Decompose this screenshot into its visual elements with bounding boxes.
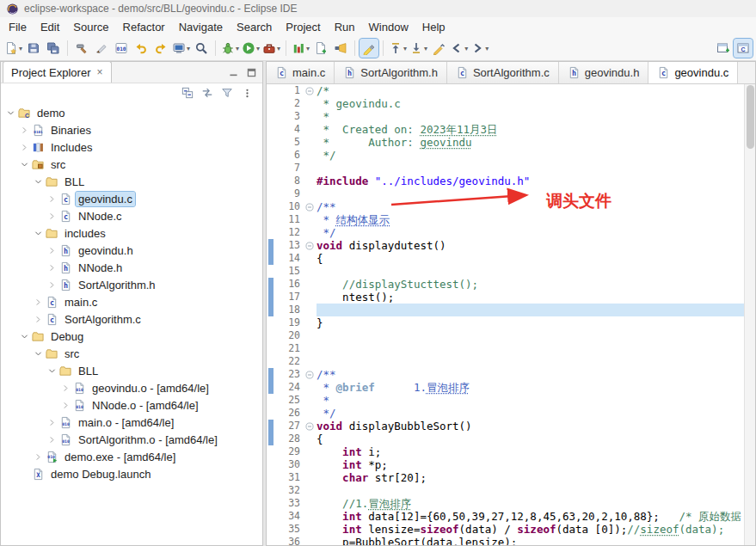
expand-arrow-icon[interactable] — [46, 433, 58, 445]
expand-arrow-icon[interactable] — [59, 399, 71, 411]
scrollbar-thumb[interactable] — [747, 85, 754, 149]
editor-tab-SortAlgorithm.c[interactable]: cSortAlgorithm.c — [447, 62, 559, 83]
annotation-ruler-cell[interactable] — [267, 213, 277, 226]
annotation-ruler-cell[interactable] — [267, 84, 277, 97]
annotation-ruler-cell[interactable] — [267, 136, 277, 149]
expand-arrow-icon[interactable] — [46, 416, 58, 428]
coverage-button[interactable]: ▾ — [291, 39, 310, 58]
build-all-button[interactable] — [72, 39, 91, 58]
tree-item[interactable]: Includes — [1, 138, 262, 156]
tree-item[interactable]: 0101Binaries — [1, 121, 262, 138]
tree-item[interactable]: Cdemo — [1, 104, 262, 121]
tree-item[interactable]: 010geovindu.o - [amd64/le] — [1, 379, 262, 396]
tree-item[interactable]: hNNode.h — [1, 259, 262, 276]
annotation-ruler-cell[interactable] — [267, 175, 277, 187]
annotation-ruler-cell[interactable] — [267, 265, 277, 278]
annotation-ruler-cell[interactable] — [267, 433, 277, 445]
redo-button[interactable] — [151, 39, 170, 58]
fold-minus-icon[interactable] — [303, 239, 317, 252]
annotation-ruler-cell[interactable] — [267, 187, 277, 200]
menu-navigate[interactable]: Navigate — [172, 19, 230, 35]
filter-button[interactable] — [220, 86, 234, 100]
editor-tab-geovindu.c[interactable]: cgeovindu.c — [648, 62, 738, 83]
annotation-ruler-cell[interactable] — [267, 471, 277, 484]
expand-arrow-icon[interactable] — [46, 365, 58, 377]
external-tools-button[interactable]: ▾ — [261, 39, 281, 58]
minimize-button[interactable] — [226, 65, 240, 79]
menu-project[interactable]: Project — [279, 19, 327, 35]
annotation-ruler-cell[interactable] — [267, 368, 277, 381]
new-cpp-button[interactable] — [311, 39, 330, 58]
project-tree[interactable]: Cdemo0101BinariesIncludessrcBLLcgeovindu… — [1, 102, 262, 545]
cpp-perspective-button[interactable]: C — [734, 39, 753, 58]
tree-item[interactable]: 010main.o - [amd64/le] — [1, 414, 262, 431]
open-perspective-button[interactable] — [714, 39, 733, 58]
next-annotation-button[interactable]: ▾ — [409, 39, 428, 58]
tree-item[interactable]: hgeovindu.h — [1, 242, 262, 259]
annotation-ruler-cell[interactable] — [267, 394, 277, 407]
open-console-button[interactable]: ▾ — [171, 39, 191, 58]
annotation-ruler-cell[interactable] — [267, 291, 277, 304]
last-edit-location-button[interactable] — [429, 39, 448, 58]
menu-edit[interactable]: Edit — [34, 19, 66, 35]
tree-item[interactable]: cSortAlgorithm.c — [1, 310, 262, 328]
annotation-ruler-cell[interactable] — [267, 510, 277, 523]
editor-body[interactable]: 1/*2 * geovindu.c3 *4 * Created on: 2023… — [267, 84, 755, 545]
fold-minus-icon[interactable] — [303, 200, 317, 213]
expand-arrow-icon[interactable] — [46, 279, 58, 291]
tree-item[interactable]: 010NNode.o - [amd64/le] — [1, 396, 262, 414]
previous-annotation-button[interactable]: ▾ — [388, 39, 408, 58]
tree-item[interactable]: hSortAlgorithm.h — [1, 276, 262, 293]
annotation-ruler-cell[interactable] — [267, 200, 277, 213]
tree-item[interactable]: includes — [1, 224, 262, 242]
annotation-ruler-cell[interactable] — [267, 110, 277, 123]
tree-item[interactable]: Debug — [1, 328, 262, 345]
annotation-ruler-cell[interactable] — [267, 278, 277, 291]
mark-occurrences-button[interactable] — [360, 39, 378, 58]
annotation-ruler-cell[interactable] — [267, 316, 277, 329]
new-wizard-button[interactable]: ▾ — [3, 39, 23, 58]
code-area[interactable]: 1/*2 * geovindu.c3 *4 * Created on: 2023… — [267, 84, 755, 545]
collapse-all-button[interactable] — [181, 86, 194, 100]
annotation-ruler-cell[interactable] — [267, 381, 277, 394]
save-all-button[interactable] — [44, 39, 63, 58]
annotation-ruler-cell[interactable] — [267, 329, 277, 342]
tree-item[interactable]: 010SortAlgorithm.o - [amd64/le] — [1, 431, 262, 448]
expand-arrow-icon[interactable] — [18, 141, 30, 153]
expand-arrow-icon[interactable] — [32, 347, 44, 359]
run-button[interactable]: ▾ — [241, 39, 261, 58]
link-with-editor-button[interactable] — [200, 86, 214, 100]
expand-arrow-icon[interactable] — [32, 296, 44, 308]
annotation-ruler-cell[interactable] — [267, 239, 277, 252]
menu-file[interactable]: File — [2, 19, 34, 35]
annotation-ruler-cell[interactable] — [267, 536, 277, 545]
expand-arrow-icon[interactable] — [32, 175, 44, 187]
expand-arrow-icon[interactable] — [46, 261, 58, 273]
expand-arrow-icon[interactable] — [46, 244, 58, 256]
tree-item[interactable]: cNNode.c — [1, 207, 262, 224]
expand-arrow-icon[interactable] — [18, 158, 30, 170]
tab-project-explorer[interactable]: Project Explorer × — [3, 61, 112, 83]
tree-item[interactable]: src — [1, 345, 262, 362]
annotation-ruler-cell[interactable] — [267, 497, 277, 510]
annotation-ruler-cell[interactable] — [267, 304, 277, 316]
annotation-ruler-cell[interactable] — [267, 97, 277, 110]
expand-arrow-icon[interactable] — [18, 330, 30, 342]
tree-item[interactable]: cmain.c — [1, 293, 262, 310]
menu-search[interactable]: Search — [230, 19, 279, 35]
annotation-ruler-cell[interactable] — [267, 407, 277, 420]
expand-arrow-icon[interactable] — [46, 193, 58, 205]
annotation-ruler-cell[interactable] — [267, 420, 277, 433]
save-button[interactable] — [24, 39, 43, 58]
annotation-ruler-cell[interactable] — [267, 458, 277, 471]
menu-help[interactable]: Help — [415, 19, 452, 35]
open-element-button[interactable] — [331, 39, 350, 58]
editor-scrollbar[interactable] — [744, 84, 755, 545]
back-button[interactable]: ▾ — [449, 39, 469, 58]
expand-arrow-icon[interactable] — [32, 313, 44, 325]
tree-item[interactable]: BLL — [1, 173, 262, 190]
expand-arrow-icon[interactable] — [18, 124, 30, 136]
menu-window[interactable]: Window — [362, 19, 415, 35]
debug-button[interactable]: ▾ — [220, 39, 240, 58]
maximize-button[interactable] — [244, 65, 258, 79]
